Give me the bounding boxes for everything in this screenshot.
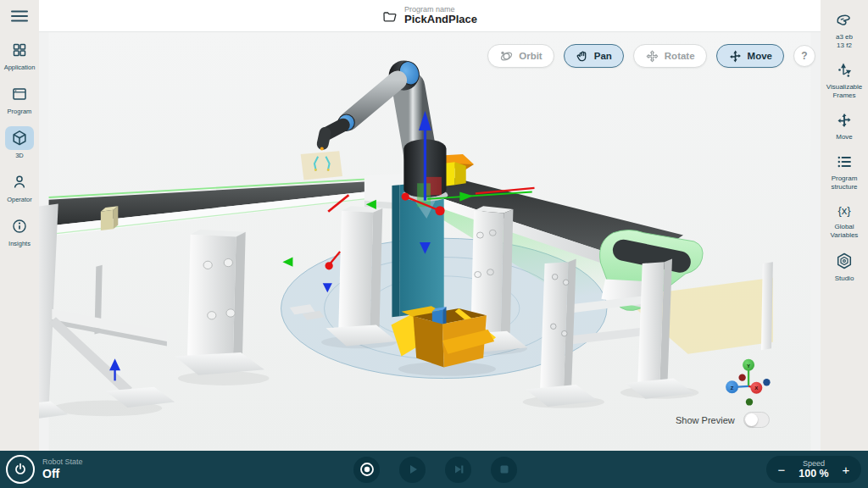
orbit-button[interactable]: Orbit (487, 44, 554, 68)
speed-value: 100 % (798, 468, 828, 480)
power-icon (13, 462, 28, 477)
right-sidebar: a3 eb 13 f2 Visualizable Frames Move Pro… (821, 0, 868, 451)
sidebar-item-move[interactable]: Move (821, 112, 868, 141)
robot-state-block: Robot State Off (42, 458, 83, 481)
move-cross-icon (836, 112, 853, 129)
sidebar-item-program-structure[interactable]: Program structure (821, 153, 868, 191)
rotate-label: Rotate (665, 51, 695, 61)
view-controls: Orbit Pan Rotate Move ? (487, 44, 815, 68)
speed-decrease-button[interactable]: − (771, 459, 792, 480)
sidebar-item-insights[interactable]: Insights (0, 214, 39, 247)
sidebar-item-label: Insights (8, 240, 31, 247)
target-icon (359, 461, 376, 478)
pedestal-side (392, 185, 399, 317)
axis-z-label: Z (731, 385, 734, 391)
move-icon (728, 49, 743, 64)
sidebar-item-label: Program structure (824, 175, 865, 191)
folder-icon (382, 9, 398, 23)
stand-right-edge (761, 262, 773, 350)
sidebar-item-visualizable-frames[interactable]: Visualizable Frames (821, 62, 868, 100)
help-label: ? (801, 50, 807, 62)
show-preview-toggle[interactable] (743, 412, 770, 428)
program-selector[interactable]: Program name PickAndPlace (382, 5, 477, 26)
program-window-icon (5, 82, 34, 106)
program-name: PickAndPlace (404, 14, 477, 26)
sidebar-item-global-variables[interactable]: {x} Global Variables (821, 203, 868, 240)
rotate-button[interactable]: Rotate (633, 44, 707, 68)
sidebar-item-label: a3 eb 13 f2 (832, 33, 857, 50)
studio-hexagon-icon (835, 252, 854, 270)
application-grid-icon (5, 38, 34, 62)
sidebar-item-operator[interactable]: Operator (0, 170, 39, 203)
gesture-icon (835, 12, 854, 29)
rotate-icon (645, 49, 659, 64)
skip-forward-icon (451, 462, 466, 477)
sidebar-item-label: Program (8, 108, 32, 115)
robot-state-value: Off (42, 467, 83, 481)
show-preview-label: Show Preview (676, 415, 735, 425)
sidebar-item-program[interactable]: Program (0, 82, 39, 115)
play-button[interactable] (399, 457, 426, 483)
preview-row: Show Preview (676, 412, 770, 428)
pan-button[interactable]: Pan (564, 44, 624, 68)
polyscope-app: Program name PickAndPlace Application (0, 0, 868, 488)
program-structure-icon (836, 153, 853, 170)
speed-label: Speed (803, 459, 825, 468)
axis-y-label: Y (747, 363, 750, 369)
robot-power-button[interactable] (6, 455, 35, 484)
move-label: Move (748, 51, 772, 61)
pan-hand-icon (576, 49, 589, 63)
move-button[interactable]: Move (716, 44, 784, 68)
play-icon (405, 462, 420, 477)
gripper-plane (301, 151, 342, 180)
toggle-knob (745, 413, 758, 426)
sidebar-item-3d[interactable]: 3D (0, 126, 39, 159)
speed-control: − Speed 100 % + (766, 456, 861, 483)
operator-person-icon (5, 170, 34, 194)
speed-increase-button[interactable]: + (836, 459, 856, 480)
sidebar-item-studio[interactable]: Studio (821, 252, 868, 283)
box-on-left-belt (101, 206, 118, 230)
stop-icon (497, 462, 512, 477)
sidebar-item-label: Move (824, 133, 865, 141)
sidebar-item-label: 3D (15, 152, 24, 159)
sidebar-item-label: Global Variables (824, 223, 865, 240)
variables-icon: {x} (834, 203, 854, 219)
viewport-3d: Y Z X Orbit Pan Rota (39, 32, 821, 451)
sidebar-item-label: Visualizable Frames (824, 83, 865, 100)
svg-text:{x}: {x} (837, 204, 851, 217)
orbit-icon (499, 49, 514, 64)
axis-x-label: X (754, 386, 758, 391)
sidebar-item-label: Studio (824, 274, 865, 283)
insights-info-icon (5, 214, 34, 238)
help-button[interactable]: ? (793, 45, 815, 67)
sidebar-item-session[interactable]: a3 eb 13 f2 (821, 12, 868, 50)
playback-controls (353, 451, 517, 488)
sidebar-item-application[interactable]: Application (0, 38, 39, 71)
sidebar-item-label: Operator (7, 196, 32, 203)
orbit-label: Orbit (519, 51, 542, 61)
stop-button[interactable] (491, 457, 517, 483)
sidebar-item-label: Application (4, 64, 36, 71)
left-sidebar: Application Program 3D Op (0, 0, 39, 451)
top-bar: Program name PickAndPlace (39, 0, 821, 32)
robot-state-label: Robot State (42, 458, 83, 467)
menu-icon[interactable] (10, 9, 29, 26)
pan-label: Pan (594, 51, 612, 61)
step-forward-button[interactable] (445, 457, 471, 483)
frames-axes-icon (836, 62, 853, 79)
speed-display: Speed 100 % (798, 459, 828, 480)
3d-scene[interactable]: Y Z X (39, 32, 821, 451)
bottom-bar: Robot State Off − (0, 451, 868, 488)
initialize-button[interactable] (353, 457, 380, 483)
cube-3d-icon (5, 126, 34, 150)
